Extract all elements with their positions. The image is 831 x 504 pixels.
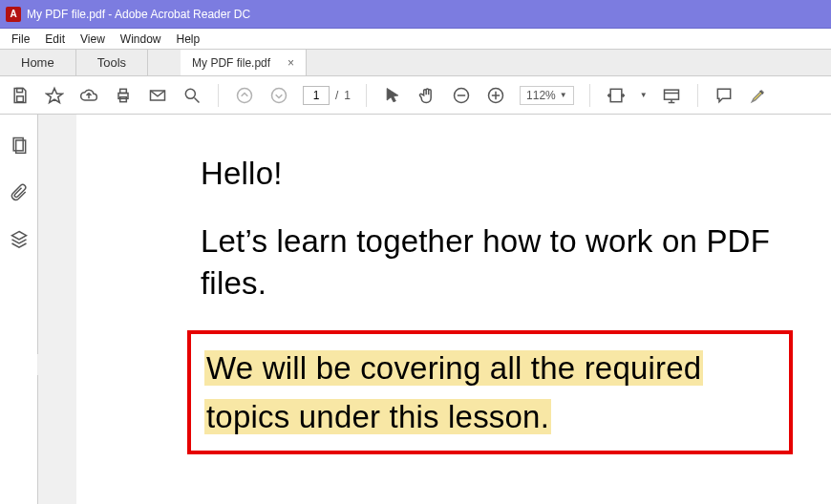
svg-rect-16 (610, 89, 622, 101)
document-tab[interactable]: My PDF file.pdf × (181, 50, 307, 75)
menu-edit[interactable]: Edit (37, 31, 73, 48)
menu-help[interactable]: Help (169, 31, 208, 48)
app-icon: A (6, 7, 21, 22)
svg-point-9 (238, 88, 252, 102)
zoom-in-icon[interactable] (485, 85, 506, 106)
page-separator: / (335, 89, 338, 102)
svg-line-8 (195, 97, 200, 102)
save-icon[interactable] (10, 85, 31, 106)
content-area: ◂ Hello! Let’s learn together how to wor… (0, 115, 831, 504)
tab-home[interactable]: Home (0, 50, 76, 75)
selection-box: We will be covering all the required top… (187, 330, 793, 454)
page-number-input[interactable] (303, 86, 330, 105)
highlighted-text: We will be covering all the required (204, 350, 703, 386)
page-up-icon[interactable] (234, 85, 255, 106)
close-tab-icon[interactable]: × (288, 56, 294, 70)
svg-point-7 (185, 89, 195, 98)
document-viewport[interactable]: Hello! Let’s learn together how to work … (38, 115, 831, 504)
svg-rect-0 (17, 88, 23, 92)
attachments-icon[interactable] (10, 182, 29, 204)
svg-point-10 (272, 88, 287, 102)
print-icon[interactable] (113, 85, 134, 106)
toolbar-separator (589, 84, 590, 107)
window-title: My PDF file.pdf - Adobe Acrobat Reader D… (27, 8, 250, 21)
tab-tools[interactable]: Tools (76, 50, 148, 75)
menu-bar: File Edit View Window Help (0, 29, 831, 50)
svg-rect-4 (120, 89, 127, 93)
doc-paragraph-3: We will be covering all the required top… (204, 344, 776, 441)
select-tool-icon[interactable] (382, 85, 403, 106)
thumbnails-icon[interactable] (10, 136, 29, 158)
menu-view[interactable]: View (73, 31, 113, 48)
doc-paragraph-1: Hello! (201, 153, 774, 196)
toolbar-separator (366, 84, 367, 107)
doc-paragraph-2: Let’s learn together how to work on PDF … (201, 220, 774, 305)
chevron-down-icon: ▼ (560, 91, 567, 99)
page-total: 1 (344, 89, 351, 102)
pdf-page: Hello! Let’s learn together how to work … (76, 115, 831, 504)
svg-rect-5 (120, 96, 127, 101)
find-icon[interactable] (181, 85, 202, 106)
chevron-down-icon[interactable]: ▼ (640, 91, 648, 99)
svg-rect-1 (17, 95, 24, 101)
page-down-icon[interactable] (268, 85, 289, 106)
hand-tool-icon[interactable] (416, 85, 437, 106)
svg-marker-23 (11, 232, 26, 240)
document-tab-label: My PDF file.pdf (192, 56, 270, 70)
cloud-upload-icon[interactable] (78, 85, 99, 106)
zoom-level-label: 112% (526, 89, 556, 102)
highlight-icon[interactable] (748, 85, 769, 106)
svg-marker-2 (47, 88, 63, 102)
zoom-level-dropdown[interactable]: 112% ▼ (520, 86, 574, 105)
zoom-out-icon[interactable] (451, 85, 472, 106)
read-mode-icon[interactable] (661, 85, 682, 106)
navigation-pane: ◂ (0, 115, 38, 504)
email-icon[interactable] (147, 85, 168, 106)
star-icon[interactable] (44, 85, 65, 106)
page-indicator: / 1 (303, 86, 351, 105)
toolbar: / 1 112% ▼ ▼ (0, 76, 831, 115)
fit-width-icon[interactable] (606, 85, 627, 106)
highlighted-text: topics under this lesson. (204, 399, 551, 434)
menu-window[interactable]: Window (113, 31, 169, 48)
svg-rect-17 (664, 90, 678, 99)
toolbar-separator (697, 84, 698, 107)
menu-file[interactable]: File (4, 31, 37, 48)
view-bar: Home Tools My PDF file.pdf × (0, 50, 831, 76)
layers-icon[interactable] (10, 229, 29, 251)
comment-icon[interactable] (714, 85, 735, 106)
toolbar-separator (218, 84, 219, 107)
title-bar: A My PDF file.pdf - Adobe Acrobat Reader… (0, 0, 831, 29)
